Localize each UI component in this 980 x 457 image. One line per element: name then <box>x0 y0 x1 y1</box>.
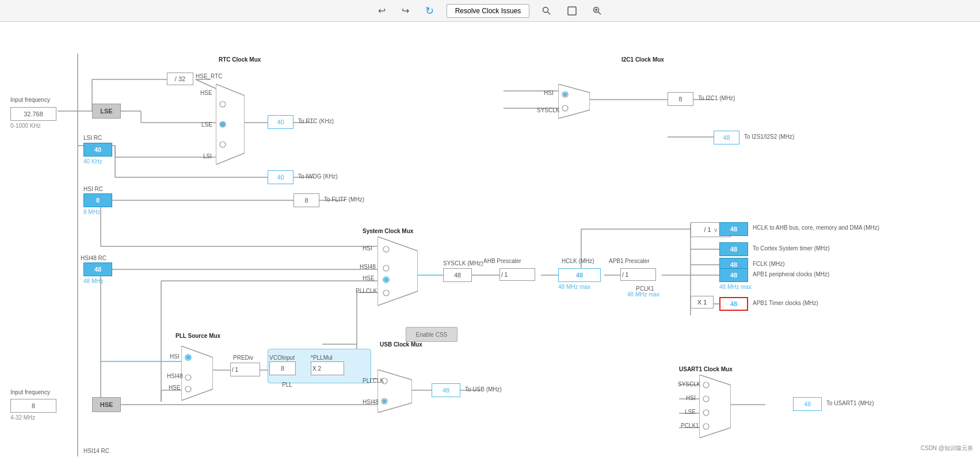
svg-point-83 <box>384 278 388 282</box>
to-flitf-label: To FLITF (MHz) <box>324 196 364 203</box>
pll-hsi-label: HSI <box>170 353 180 360</box>
input-freq-2-value[interactable]: 8 <box>10 399 56 413</box>
input-freq-2-range: 4-32 MHz <box>10 414 35 421</box>
enable-css-button[interactable]: Enable CSS <box>406 327 457 342</box>
to-i2s-value[interactable]: 48 <box>714 131 739 144</box>
rtc-clock-mux-label: RTC Clock Mux <box>219 56 261 63</box>
toolbar: ↩ ↪ ↻ Resolve Clock Issues <box>0 0 980 22</box>
to-flitf-value[interactable]: 8 <box>293 193 319 207</box>
pll-source-mux[interactable] <box>181 346 213 401</box>
svg-marker-85 <box>558 84 590 119</box>
apb1-x1-label: X 1 <box>697 299 707 306</box>
cortex-timer-value[interactable]: 48 <box>719 242 748 256</box>
apb1-periph-label: APB1 peripheral clocks (MHz) <box>753 271 829 277</box>
svg-line-15 <box>196 79 219 90</box>
rtc-mux[interactable] <box>216 84 245 165</box>
lsi-value-box[interactable]: 40 <box>83 143 112 157</box>
i2c1-mux[interactable] <box>558 84 590 119</box>
hclk-label: HCLK (MHz) <box>562 258 594 264</box>
sys-mux-hsi48-label: HSI48 <box>360 264 376 270</box>
prediv-select[interactable]: / 1/ 2 <box>230 363 260 376</box>
input-freq-1-value[interactable]: 32.768 <box>10 107 56 121</box>
hsi48-value-box[interactable]: 48 <box>83 262 112 276</box>
vcoinput-value[interactable]: 8 <box>269 361 296 375</box>
fit-button[interactable] <box>564 4 580 18</box>
sysclk-label: SYSCLK (MHz) <box>443 260 483 266</box>
rtc-mux-hse-label: HSE <box>200 90 212 96</box>
usart-hsi-label: HSI <box>686 395 696 401</box>
usb-clock-mux[interactable] <box>377 370 412 413</box>
fclk-label: FCLK (MHz) <box>753 261 785 267</box>
lsi-rc-label: LSI RC <box>83 135 102 141</box>
svg-point-91 <box>186 356 190 360</box>
svg-point-88 <box>563 93 567 97</box>
hse-box[interactable]: HSE <box>92 397 121 412</box>
sysclk-value[interactable]: 48 <box>443 268 472 282</box>
svg-marker-79 <box>377 237 418 306</box>
hsi-rc-label: HSI RC <box>83 186 103 192</box>
apb1-periph-max: 48 MHz max <box>719 284 752 290</box>
refresh-button[interactable]: ↻ <box>422 2 437 20</box>
to-i2c1-value[interactable]: 8 <box>668 92 693 106</box>
ahb-prescaler-select[interactable]: / 1/ 2/ 4 <box>499 268 535 281</box>
svg-line-1 <box>548 12 551 14</box>
pll-source-mux-label: PLL Source Mux <box>176 333 220 339</box>
apb1-timer-value[interactable]: 48 <box>719 297 748 311</box>
to-usart1-value[interactable]: 48 <box>793 397 822 411</box>
i2c1-clock-mux-label: I2C1 Clock Mux <box>621 56 664 63</box>
i2c-sysclk-label: SYSCLK <box>537 107 559 113</box>
svg-marker-89 <box>181 346 213 401</box>
div32-box[interactable]: / 32 <box>167 73 193 85</box>
zoom-in-button[interactable] <box>589 4 605 18</box>
to-iwdg-value[interactable]: 40 <box>268 170 293 184</box>
search-button[interactable] <box>539 4 555 18</box>
hclk-value[interactable]: 48 <box>558 268 601 282</box>
clock-canvas: RTC Clock Mux I2C1 Clock Mux System Cloc… <box>0 22 980 457</box>
to-rtc-value[interactable]: 40 <box>268 115 293 129</box>
to-usart1-label: To USART1 (MHz) <box>826 400 874 406</box>
input-freq-2-label: Input frequency <box>10 389 50 395</box>
hse-rtc-label: HSE_RTC <box>196 73 223 79</box>
apb1-prescaler-select[interactable]: / 1/ 2/ 4 <box>620 268 656 281</box>
usb-pllclk-label: PLLCLK <box>363 378 384 384</box>
undo-button[interactable]: ↩ <box>375 3 389 18</box>
hclk-max-label: 48 MHz max <box>558 284 590 290</box>
pllmul-label: *PLLMul <box>311 355 333 361</box>
hclk-ahb-label: HCLK to AHB bus, core, memory and DMA (M… <box>753 224 856 231</box>
to-i2c1-label: To I2C1 (MHz) <box>698 95 735 101</box>
hsi14-rc-label: HSI14 RC <box>83 448 109 454</box>
pll-hsi48-label: HSI48 <box>167 373 183 379</box>
prediv-label: PREDiv <box>233 355 253 361</box>
apb1-x1-container: X 1 <box>691 296 714 309</box>
lse-box[interactable]: LSE <box>92 104 121 119</box>
to-rtc-label: To RTC (KHz) <box>298 118 334 124</box>
input-freq-1-range: 0-1000 KHz <box>10 123 41 129</box>
lsi-khz-label: 40 KHz <box>83 158 102 165</box>
pclk1-max-label: 48 MHz max <box>627 291 659 298</box>
svg-point-97 <box>383 399 387 403</box>
to-usb-value[interactable]: 48 <box>432 383 460 397</box>
hsi-mhz-label: 8 MHz <box>83 209 100 215</box>
redo-button[interactable]: ↪ <box>398 3 413 18</box>
sys-mux-hse-label: HSE <box>363 275 375 281</box>
sys-mux-hsi-label: HSI <box>363 245 372 252</box>
apb1-timer-label: APB1 Timer clocks (MHz) <box>753 300 818 306</box>
hsi-value-box[interactable]: 8 <box>83 193 112 207</box>
usart1-clock-mux-label: USART1 Clock Mux <box>679 366 733 372</box>
hclk-ahb-value[interactable]: 48 <box>719 222 748 236</box>
usart1-clock-mux[interactable] <box>699 375 731 438</box>
apb1-prescaler-label: APB1 Prescaler <box>609 258 650 264</box>
input-freq-1-label: Input frequency <box>10 97 50 103</box>
svg-line-6 <box>598 12 601 14</box>
vcoinput-label: VCOInput <box>269 355 295 361</box>
svg-point-0 <box>543 7 548 12</box>
pll-hse-label: HSE <box>169 384 181 391</box>
usart-lse-label: LSE <box>685 409 696 415</box>
pllmul-select[interactable]: X 2X 3X 4X 6X 8X 12 <box>311 361 344 375</box>
svg-point-78 <box>220 122 225 127</box>
hclk-div1-label: / 1 <box>704 226 711 233</box>
apb1-periph-value[interactable]: 48 <box>719 268 748 282</box>
ahb-prescaler-label: AHB Prescaler <box>483 258 521 264</box>
resolve-clock-button[interactable]: Resolve Clock Issues <box>447 4 530 18</box>
system-clock-mux[interactable] <box>377 237 418 306</box>
